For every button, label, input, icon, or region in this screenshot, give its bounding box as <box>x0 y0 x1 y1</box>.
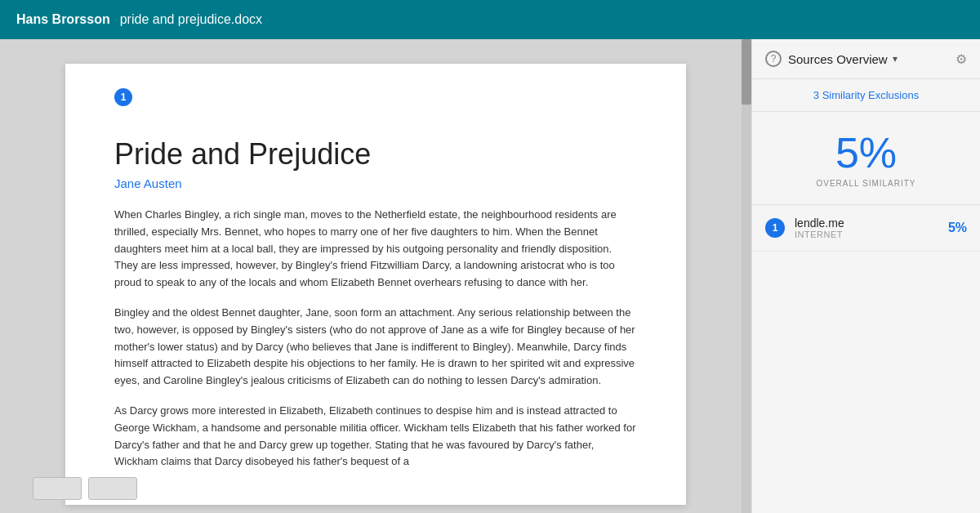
paragraph-3: As Darcy grows more interested in Elizab… <box>114 403 637 471</box>
scrollbar-thumb[interactable] <box>742 39 751 105</box>
document-page: 1 Pride and Prejudice Jane Austen When C… <box>65 64 686 505</box>
similarity-label: OVERALL SIMILARITY <box>765 179 967 188</box>
source-type: INTERNET <box>795 230 938 239</box>
bottom-button-2[interactable] <box>88 477 137 500</box>
chevron-down-icon[interactable]: ▾ <box>893 53 898 65</box>
gear-icon[interactable]: ⚙ <box>956 51 967 67</box>
scrollbar-track[interactable] <box>742 39 751 513</box>
app-header: Hans Brorsson pride and prejudice.docx <box>0 0 980 39</box>
paragraph-2: Bingley and the oldest Bennet daughter, … <box>114 305 637 390</box>
panel-title-container: Sources Overview ▾ <box>788 52 949 66</box>
similarity-percent: 5% <box>765 132 967 174</box>
source-name: lendle.me <box>795 216 938 230</box>
paragraph-1: When Charles Bingley, a rich single man,… <box>114 207 637 292</box>
panel-header: ? Sources Overview ▾ ⚙ <box>752 39 980 79</box>
source-info: lendle.me INTERNET <box>795 216 938 239</box>
bottom-buttons <box>33 477 137 500</box>
bottom-button-1[interactable] <box>33 477 82 500</box>
panel-title: Sources Overview <box>788 52 888 66</box>
similarity-section: 5% OVERALL SIMILARITY <box>752 112 980 205</box>
source-badge: 1 <box>765 218 785 238</box>
source-item[interactable]: 1 lendle.me INTERNET 5% <box>752 205 980 252</box>
source-percent: 5% <box>948 221 967 235</box>
right-panel: ? Sources Overview ▾ ⚙ 3 Similarity Excl… <box>751 39 980 513</box>
main-layout: 1 Pride and Prejudice Jane Austen When C… <box>0 39 980 513</box>
document-title: Pride and Prejudice <box>114 137 637 172</box>
help-icon[interactable]: ? <box>765 51 782 67</box>
document-area: 1 Pride and Prejudice Jane Austen When C… <box>0 39 751 513</box>
exclusions-link[interactable]: 3 Similarity Exclusions <box>752 79 980 112</box>
document-author: Jane Austen <box>114 176 637 190</box>
document-badge: 1 <box>114 88 132 106</box>
username: Hans Brorsson <box>16 12 110 27</box>
filename: pride and prejudice.docx <box>120 12 262 27</box>
